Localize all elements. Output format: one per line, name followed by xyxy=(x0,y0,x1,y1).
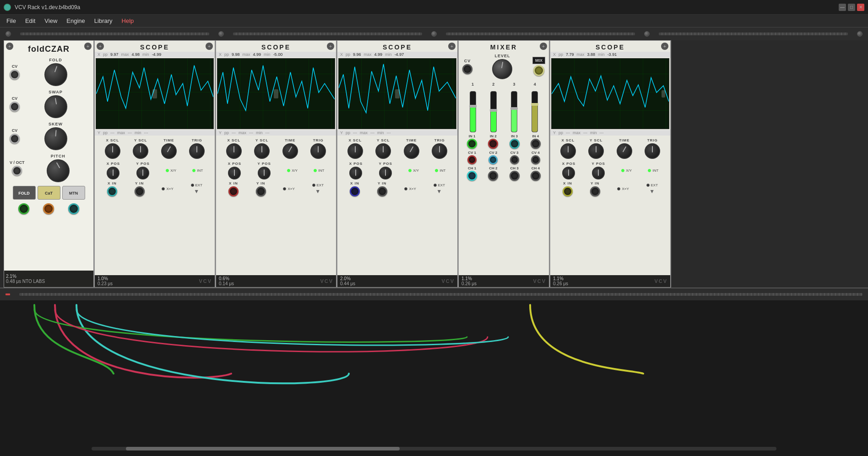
scope2-ext-dropdown[interactable]: ▼ xyxy=(312,188,324,195)
xy-dot[interactable] xyxy=(166,169,169,172)
scope2-time-knob[interactable] xyxy=(282,143,298,159)
swap-cv-port[interactable] xyxy=(10,102,20,112)
in2-port[interactable] xyxy=(488,139,498,149)
scope2-trig-knob[interactable] xyxy=(310,143,326,159)
trig-knob[interactable] xyxy=(189,143,205,159)
mix-port[interactable] xyxy=(533,65,544,76)
cv2-port[interactable] xyxy=(488,155,498,164)
menu-library[interactable]: Library xyxy=(90,16,117,26)
yin-port[interactable] xyxy=(135,186,145,196)
add-module-btn-right[interactable]: + xyxy=(540,43,547,50)
scope4-ext-dropdown[interactable]: ▼ xyxy=(646,188,658,195)
scope3-ext-dropdown[interactable]: ▼ xyxy=(434,188,445,195)
maximize-button[interactable]: □ xyxy=(848,4,855,11)
scope2-ext-dot[interactable] xyxy=(312,184,315,187)
scope4-yin-port[interactable] xyxy=(590,186,600,196)
skew-cv-port[interactable] xyxy=(10,134,20,144)
level-knob[interactable] xyxy=(492,59,512,79)
ext-dot[interactable] xyxy=(191,184,194,187)
in4-port[interactable] xyxy=(531,139,541,149)
fold-out-port[interactable] xyxy=(18,203,29,214)
add-module-btn-right[interactable]: + xyxy=(84,43,92,50)
scrollbar-thumb[interactable] xyxy=(126,447,400,451)
pitch-knob[interactable] xyxy=(47,159,70,182)
scope2-xscl-knob[interactable] xyxy=(226,143,242,159)
cv3-port[interactable] xyxy=(510,155,519,164)
mix-button[interactable]: MIX xyxy=(532,57,545,64)
pitch-cv-port[interactable] xyxy=(12,166,22,176)
xscl-knob[interactable] xyxy=(105,143,120,159)
yscl-knob[interactable] xyxy=(133,143,148,159)
ch2-port[interactable] xyxy=(488,171,498,181)
fold-knob[interactable] xyxy=(44,63,67,86)
ch3-port[interactable] xyxy=(510,171,520,181)
add-module-btn-right[interactable]: + xyxy=(327,43,334,50)
scope4-xin-port[interactable] xyxy=(563,186,573,196)
mtn-out-port[interactable] xyxy=(68,203,79,214)
scope4-xy-dot[interactable] xyxy=(621,169,624,172)
menu-edit[interactable]: Edit xyxy=(21,16,40,26)
xpos-knob[interactable] xyxy=(107,167,119,179)
scope3-yin-port[interactable] xyxy=(377,186,387,196)
scope4-ypos-knob[interactable] xyxy=(592,167,605,179)
scope3-trig-knob[interactable] xyxy=(432,143,447,159)
scope2-xpos-knob[interactable] xyxy=(228,167,241,179)
scope4-xxy-dot[interactable] xyxy=(617,187,620,190)
scope3-xpos-knob[interactable] xyxy=(349,167,362,179)
cat-out-port[interactable] xyxy=(43,203,54,214)
scope3-ext-dot[interactable] xyxy=(434,184,437,187)
scope2-xin-port[interactable] xyxy=(228,186,239,196)
menu-file[interactable]: File xyxy=(2,16,21,26)
scope3-xin-port[interactable] xyxy=(350,186,360,196)
scope4-time-knob[interactable] xyxy=(617,143,632,159)
scope3-int-dot[interactable] xyxy=(435,169,438,172)
fader3-track[interactable] xyxy=(511,91,517,132)
cat-button[interactable]: CaT xyxy=(38,186,60,200)
scope4-ext-dot[interactable] xyxy=(646,184,650,187)
close-button[interactable]: ✕ xyxy=(857,4,864,11)
fader2-track[interactable] xyxy=(490,91,497,132)
add-module-btn-right[interactable]: + xyxy=(206,43,213,50)
fold-button[interactable]: FOLD xyxy=(13,186,36,200)
add-module-btn[interactable]: + xyxy=(6,43,13,50)
fader4-track[interactable] xyxy=(532,91,538,132)
scope3-time-knob[interactable] xyxy=(404,143,419,159)
menu-engine[interactable]: Engine xyxy=(62,16,89,26)
fader1-track[interactable] xyxy=(470,91,476,132)
scope2-xy-dot[interactable] xyxy=(287,169,290,172)
menu-help[interactable]: Help xyxy=(117,16,139,26)
scope3-xscl-knob[interactable] xyxy=(347,143,363,159)
minimize-button[interactable]: — xyxy=(839,4,846,11)
scope4-xscl-knob[interactable] xyxy=(560,143,576,159)
cv1-port[interactable] xyxy=(467,155,477,164)
scope2-yscl-knob[interactable] xyxy=(254,143,270,159)
int-dot[interactable] xyxy=(192,169,195,172)
ch1-port[interactable] xyxy=(467,171,477,181)
menu-view[interactable]: View xyxy=(40,16,62,26)
scope2-yin-port[interactable] xyxy=(256,186,266,196)
xxy-dot[interactable] xyxy=(162,187,165,190)
mixer-cv-port[interactable] xyxy=(462,64,472,74)
scope4-trig-knob[interactable] xyxy=(645,143,660,159)
time-knob[interactable] xyxy=(161,143,177,159)
add-module-btn-right[interactable]: + xyxy=(661,43,668,50)
mtn-button[interactable]: MTN xyxy=(62,186,85,200)
in1-port[interactable] xyxy=(467,139,477,149)
scope3-yscl-knob[interactable] xyxy=(375,143,391,159)
ext-dropdown[interactable]: ▼ xyxy=(191,188,203,195)
scope3-ypos-knob[interactable] xyxy=(379,167,392,179)
ypos-knob[interactable] xyxy=(136,167,149,179)
skew-knob[interactable] xyxy=(44,127,67,150)
in3-port[interactable] xyxy=(510,139,520,149)
scope3-xy-dot[interactable] xyxy=(408,169,412,172)
fold-cv-port[interactable] xyxy=(10,70,20,80)
cv4-port[interactable] xyxy=(531,155,540,164)
swap-knob[interactable] xyxy=(44,95,67,118)
scope2-xxy-dot[interactable] xyxy=(283,187,286,190)
ch4-port[interactable] xyxy=(531,171,541,181)
scope3-xxy-dot[interactable] xyxy=(404,187,407,190)
add-module-btn[interactable]: + xyxy=(97,43,104,50)
scope4-xpos-knob[interactable] xyxy=(562,167,575,179)
scope2-ypos-knob[interactable] xyxy=(258,167,271,179)
add-module-btn-right[interactable]: + xyxy=(448,43,456,50)
